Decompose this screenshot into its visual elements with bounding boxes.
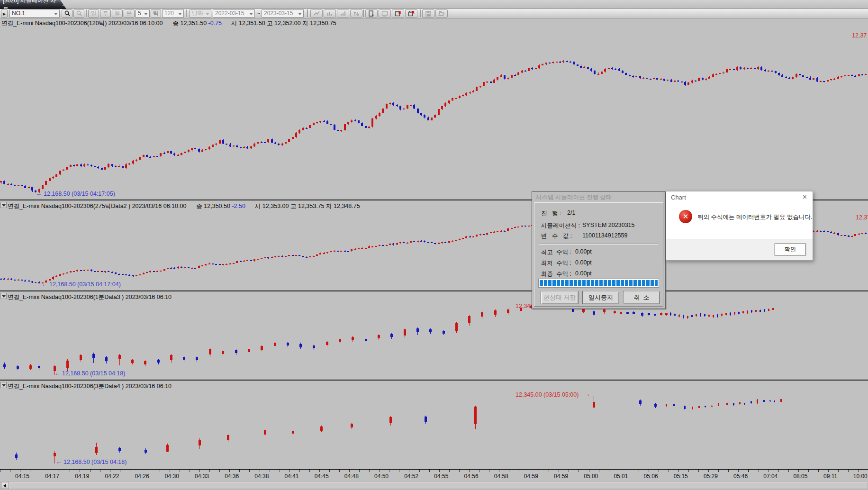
separator xyxy=(539,244,658,245)
progress-bar-fill xyxy=(540,280,658,286)
error-dialog-title: Chart xyxy=(666,191,813,203)
error-dialog-footer: 확인 xyxy=(666,239,813,260)
chart-error-dialog: Chart × 뒤의 수식에는 데이터번호가 필요 없습니다. 확인 xyxy=(666,191,813,261)
simulation-progress-dialog: 시스템 시뮬레이션 진행 상태 진 행 :2/1 시뮬레이션식 :SYSTEM … xyxy=(532,191,666,309)
profit-row: 최종 수익 :0.00pt xyxy=(541,270,571,278)
ok-button[interactable]: 확인 xyxy=(775,244,806,255)
error-dialog-body: 뒤의 수식에는 데이터번호가 필요 없습니다. xyxy=(666,203,813,239)
progress-dialog-body: 진 행 :2/1 시뮬레이션식 :SYSTEM 20230315 변 수 값 :… xyxy=(534,202,663,307)
cancel-button[interactable]: 취 소 xyxy=(623,291,660,304)
progress-row: 변 수 값 :11001134912559 xyxy=(541,232,572,240)
save-state-button[interactable]: 현상태 저장 xyxy=(541,291,579,304)
progress-dialog-title: 시스템 시뮬레이션 진행 상태 xyxy=(532,192,665,202)
error-icon xyxy=(679,210,692,223)
profit-row: 최저 수익 :0.00pt xyxy=(541,259,571,267)
error-message: 뒤의 수식에는 데이터번호가 필요 없습니다. xyxy=(697,213,812,221)
progress-bar xyxy=(538,279,659,288)
progress-row: 진 행 :2/1 xyxy=(541,209,561,218)
profit-row: 최고 수익 :0.00pt xyxy=(541,248,571,256)
pause-button[interactable]: 일시중지 xyxy=(582,291,619,304)
error-close-icon[interactable]: × xyxy=(803,193,807,201)
progress-row: 시뮬레이션식 :SYSTEM 20230315 xyxy=(541,222,580,230)
